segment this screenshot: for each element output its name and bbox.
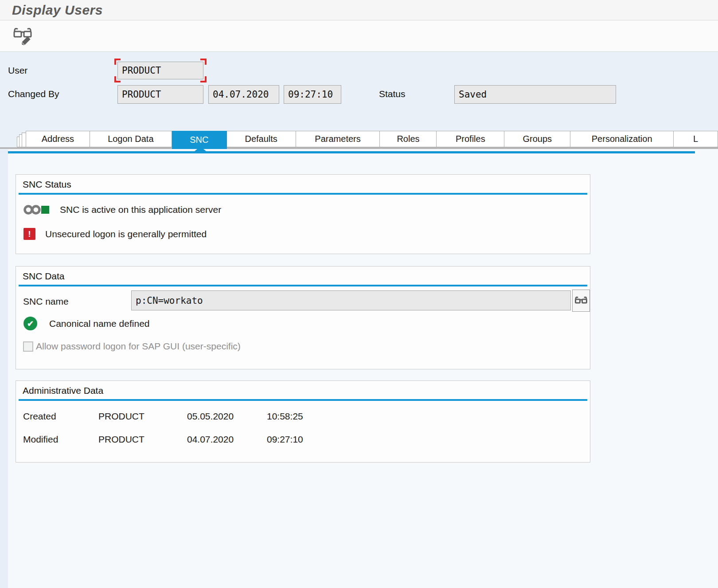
snc-data-groupbox: SNC Data SNC name p:CN=workato ✔ Canonic… xyxy=(16,266,590,369)
tab-defaults[interactable]: Defaults xyxy=(227,131,296,147)
user-label: User xyxy=(8,65,27,76)
modified-user: PRODUCT xyxy=(98,434,144,445)
created-label: Created xyxy=(23,411,56,422)
changed-by-user-field[interactable]: PRODUCT xyxy=(117,85,203,104)
password-logon-label: Allow password logon for SAP GUI (user-s… xyxy=(36,341,241,352)
canonical-name-message: Canonical name defined xyxy=(49,318,150,329)
warning-icon: ! xyxy=(23,228,35,240)
tab-licence-data-truncated[interactable]: L xyxy=(674,131,718,147)
green-check-icon: ✔ xyxy=(23,317,37,330)
modified-label: Modified xyxy=(23,434,58,445)
snc-name-field[interactable]: p:CN=workato xyxy=(131,290,571,310)
snc-name-label: SNC name xyxy=(23,296,69,307)
title-bar: Display Users xyxy=(0,0,718,20)
tab-groups[interactable]: Groups xyxy=(504,131,570,147)
application-toolbar xyxy=(0,20,718,52)
active-tab-notch xyxy=(195,146,206,151)
created-user: PRODUCT xyxy=(98,411,144,422)
created-time: 10:58:25 xyxy=(267,411,303,422)
administrative-data-title: Administrative Data xyxy=(16,381,590,399)
section-rule xyxy=(19,285,587,286)
tab-profiles[interactable]: Profiles xyxy=(437,131,504,147)
tab-personalization[interactable]: Personalization xyxy=(570,131,674,147)
section-rule xyxy=(19,193,587,195)
glasses-icon xyxy=(574,295,588,306)
tab-content-area: SNC Status SNC is active on this applica… xyxy=(0,149,718,588)
active-tab-underline xyxy=(8,151,695,153)
snc-active-icon xyxy=(23,204,50,216)
unsecured-logon-row: ! Unsecured logon is generally permitted xyxy=(23,228,590,240)
glasses-pencil-icon xyxy=(12,26,34,47)
canonical-name-row: ✔ Canonical name defined xyxy=(23,317,150,330)
created-date: 05.05.2020 xyxy=(187,411,234,422)
password-logon-row: Allow password logon for SAP GUI (user-s… xyxy=(23,341,241,352)
user-field[interactable]: PRODUCT xyxy=(117,62,203,79)
password-logon-checkbox[interactable] xyxy=(23,341,33,352)
administrative-data-groupbox: Administrative Data Created PRODUCT 05.0… xyxy=(16,380,590,463)
display-change-button[interactable] xyxy=(11,24,35,48)
unsecured-logon-message: Unsecured logon is generally permitted xyxy=(45,229,207,239)
stacked-pages-icon xyxy=(17,133,26,147)
modified-time: 09:27:10 xyxy=(267,434,303,445)
snc-active-row: SNC is active on this application server xyxy=(23,204,590,216)
tab-address[interactable]: Address xyxy=(26,131,90,147)
snc-status-groupbox: SNC Status SNC is active on this applica… xyxy=(16,174,590,254)
changed-by-time-field[interactable]: 09:27:10 xyxy=(284,85,341,104)
snc-data-title: SNC Data xyxy=(16,267,590,285)
changed-by-date-field[interactable]: 04.07.2020 xyxy=(208,85,279,104)
tab-roles[interactable]: Roles xyxy=(380,131,437,147)
snc-status-title: SNC Status xyxy=(16,175,590,193)
page-title: Display Users xyxy=(12,3,103,18)
modified-date: 04.07.2020 xyxy=(187,434,234,445)
tab-strip: Address Logon Data SNC Defaults Paramete… xyxy=(0,131,718,149)
display-snc-name-button[interactable] xyxy=(572,290,590,312)
changed-by-label: Changed By xyxy=(8,89,59,99)
tab-parameters[interactable]: Parameters xyxy=(296,131,380,147)
section-rule xyxy=(19,399,587,401)
status-label: Status xyxy=(379,89,406,99)
status-field[interactable]: Saved xyxy=(454,85,616,104)
tab-logon-data[interactable]: Logon Data xyxy=(90,131,172,147)
snc-active-message: SNC is active on this application server xyxy=(60,204,221,215)
user-header-area: User PRODUCT Changed By PRODUCT 04.07.20… xyxy=(0,52,718,149)
